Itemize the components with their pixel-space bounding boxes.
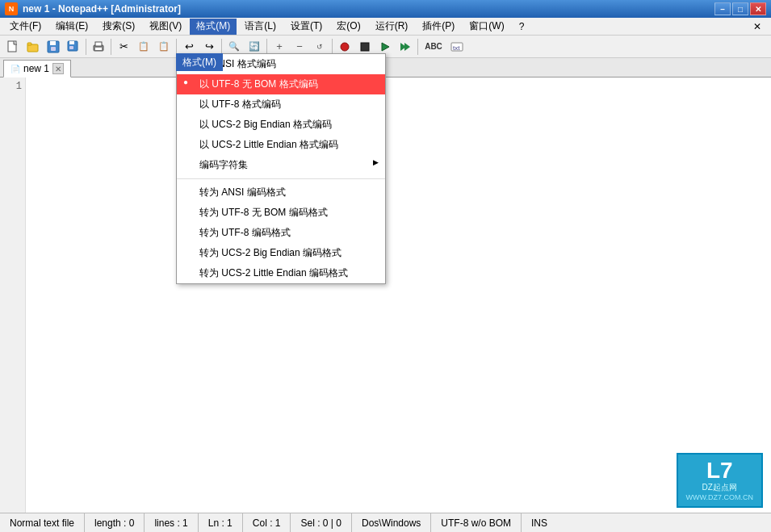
svg-rect-4	[50, 41, 56, 45]
watermark-brand: DZ起点网	[686, 482, 754, 493]
line-numbers: 1	[0, 77, 26, 513]
status-length: length : 0	[85, 513, 145, 532]
svg-rect-13	[361, 43, 369, 51]
toolbar-macro-play-mult[interactable]	[396, 38, 415, 56]
svg-rect-10	[95, 42, 102, 46]
menu-window[interactable]: 窗口(W)	[463, 19, 510, 35]
menu-file[interactable]: 文件(F)	[3, 19, 48, 35]
menu-search[interactable]: 搜索(S)	[96, 19, 141, 35]
menu-settings[interactable]: 设置(T)	[284, 19, 329, 35]
svg-rect-2	[27, 43, 31, 45]
title-bar-left: N new 1 - Notepad++ [Administrator]	[5, 2, 181, 15]
toolbar-new[interactable]	[3, 38, 23, 56]
svg-point-12	[341, 43, 349, 51]
tab-icon: 📄	[10, 65, 20, 73]
menu-language[interactable]: 语言(L)	[238, 19, 283, 35]
format-dropdown-menu: 以 ANSI 格式编码 以 UTF-8 无 BOM 格式编码 以 UTF-8 格…	[176, 53, 386, 284]
toolbar-cut[interactable]: ✂	[114, 38, 133, 56]
tab-close-button[interactable]: ✕	[52, 63, 64, 74]
menu-item-convert-ucs2-big[interactable]: 转为 UCS-2 Big Endian 编码格式	[177, 243, 385, 263]
menu-item-ucs2-big[interactable]: 以 UCS-2 Big Endian 格式编码	[177, 115, 385, 135]
minimize-button[interactable]: –	[714, 2, 731, 15]
toolbar-paste[interactable]: 📋	[154, 38, 174, 56]
toolbar-sep-7	[417, 39, 418, 55]
status-col: Col : 1	[243, 513, 291, 532]
menu-separator-1	[177, 178, 385, 179]
watermark: L7 DZ起点网 WWW.DZ7.COM.CN	[677, 453, 764, 508]
status-lines: lines : 1	[145, 513, 198, 532]
toolbar-abc[interactable]: ABC	[421, 38, 446, 56]
toolbar-sep-1	[86, 39, 86, 55]
toolbar-sep-4	[221, 39, 222, 55]
menu-macro[interactable]: 宏(O)	[330, 19, 367, 35]
status-bar: Normal text file length : 0 lines : 1 Ln…	[0, 513, 771, 532]
status-ln: Ln : 1	[199, 513, 243, 532]
toolbar-copy[interactable]: 📋	[134, 38, 153, 56]
editor-content[interactable]	[26, 77, 771, 513]
menu-item-convert-utf8-nobom[interactable]: 转为 UTF-8 无 BOM 编码格式	[177, 203, 385, 223]
menu-item-convert-utf8[interactable]: 转为 UTF-8 编码格式	[177, 223, 385, 243]
menu-close[interactable]: ✕	[747, 19, 768, 34]
menu-bar: 文件(F) 编辑(E) 搜索(S) 视图(V) 格式(M) 语言(L) 设置(T…	[0, 18, 771, 36]
window-controls: – □ ✕	[714, 2, 766, 15]
window-close-button[interactable]: ✕	[750, 2, 766, 15]
window-title: new 1 - Notepad++ [Administrator]	[23, 3, 181, 15]
toolbar-open[interactable]	[23, 38, 43, 56]
maximize-button[interactable]: □	[732, 2, 748, 15]
status-line-ending: Dos\Windows	[352, 513, 431, 532]
toolbar-sep-5	[266, 39, 267, 55]
tab-label: new 1	[23, 63, 49, 74]
menu-plugins[interactable]: 插件(P)	[416, 19, 461, 35]
menu-item-utf8-nobom[interactable]: 以 UTF-8 无 BOM 格式编码	[177, 74, 385, 94]
svg-rect-11	[95, 48, 102, 50]
toolbar-sep-3	[176, 39, 177, 55]
menu-view[interactable]: 视图(V)	[143, 19, 188, 35]
watermark-url: WWW.DZ7.COM.CN	[686, 493, 754, 501]
svg-rect-5	[51, 47, 56, 51]
menu-help[interactable]: ?	[513, 19, 531, 35]
toolbar-sep-2	[111, 39, 111, 55]
watermark-logo: L7	[686, 459, 754, 482]
toolbar-save-all[interactable]	[64, 38, 83, 56]
status-sel: Sel : 0 | 0	[291, 513, 351, 532]
svg-rect-8	[69, 46, 73, 49]
toolbar-extra[interactable]: txt	[447, 38, 467, 56]
menu-item-convert-ucs2-little[interactable]: 转为 UCS-2 Little Endian 编码格式	[177, 263, 385, 283]
svg-text:txt: txt	[453, 44, 460, 52]
title-bar: N new 1 - Notepad++ [Administrator] – □ …	[0, 0, 771, 18]
status-mode: INS	[522, 513, 557, 532]
menu-format[interactable]: 格式(M)	[190, 19, 237, 35]
tab-new1[interactable]: 📄 new 1 ✕	[3, 60, 71, 77]
menu-item-ucs2-little[interactable]: 以 UCS-2 Little Endian 格式编码	[177, 135, 385, 155]
menu-edit[interactable]: 编辑(E)	[49, 19, 94, 35]
menu-item-charset[interactable]: 编码字符集	[177, 155, 385, 175]
format-menu-header-active[interactable]: 格式(M)	[176, 53, 223, 71]
menu-item-convert-ansi[interactable]: 转为 ANSI 编码格式	[177, 182, 385, 203]
line-number-1: 1	[0, 81, 22, 92]
svg-marker-16	[404, 43, 410, 51]
toolbar-sep-6	[332, 39, 333, 55]
svg-marker-14	[382, 43, 389, 51]
svg-rect-7	[69, 41, 74, 44]
status-file-type: Normal text file	[6, 513, 85, 532]
status-encoding: UTF-8 w/o BOM	[431, 513, 522, 532]
toolbar-print[interactable]	[89, 38, 108, 56]
menu-run[interactable]: 运行(R)	[369, 19, 415, 35]
app-icon: N	[5, 2, 18, 15]
menu-item-utf8[interactable]: 以 UTF-8 格式编码	[177, 94, 385, 115]
toolbar-save[interactable]	[44, 38, 63, 56]
